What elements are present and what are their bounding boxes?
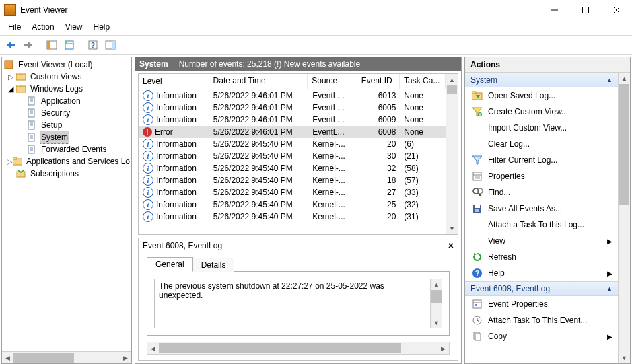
event-row[interactable]: iInformation5/26/2022 9:46:01 PMEventL..…: [139, 114, 446, 126]
action-help[interactable]: ?Help▶: [465, 265, 618, 281]
scroll-right-icon[interactable]: ▶: [120, 352, 131, 363]
close-button[interactable]: [601, 0, 632, 20]
collapse-icon[interactable]: ▲: [606, 77, 612, 83]
event-row[interactable]: iInformation5/26/2022 9:46:01 PMEventL..…: [139, 89, 446, 102]
maximize-button[interactable]: [570, 0, 601, 20]
column-headers[interactable]: Level Date and Time Source Event ID Task…: [139, 74, 446, 89]
event-row[interactable]: iInformation5/26/2022 9:45:40 PMKernel-.…: [139, 211, 446, 223]
event-row[interactable]: iInformation5/26/2022 9:45:40 PMKernel-.…: [139, 138, 446, 150]
tab-general[interactable]: General: [147, 257, 193, 272]
event-rows: iInformation5/26/2022 9:46:01 PMEventL..…: [139, 89, 446, 223]
collapse-icon[interactable]: ◢: [6, 83, 15, 95]
scroll-down-icon[interactable]: ▼: [431, 317, 442, 328]
scroll-thumb[interactable]: [619, 84, 629, 205]
event-row[interactable]: iInformation5/26/2022 9:45:40 PMKernel-.…: [139, 174, 446, 186]
tree-label: Subscriptions: [29, 168, 80, 180]
svg-marker-52: [472, 156, 482, 164]
action-attach-task-event[interactable]: Attach Task To This Event...: [465, 312, 618, 328]
scroll-left-icon[interactable]: ◀: [147, 342, 159, 354]
tree-subscriptions[interactable]: Subscriptions: [3, 168, 131, 180]
tree-security[interactable]: Security: [3, 107, 131, 119]
collapse-icon[interactable]: ▲: [606, 285, 612, 292]
event-row[interactable]: iInformation5/26/2022 9:45:40 PMKernel-.…: [139, 198, 446, 211]
menu-help[interactable]: Help: [88, 21, 116, 33]
nav-tree[interactable]: Event Viewer (Local) ▷ Custom Views ◢ Wi…: [2, 57, 131, 181]
scroll-thumb[interactable]: [431, 290, 442, 303]
menu-action[interactable]: Action: [26, 21, 59, 33]
action-filter-current-log[interactable]: Filter Current Log...: [465, 152, 618, 168]
col-eventid[interactable]: Event ID: [357, 74, 400, 89]
col-level[interactable]: Level: [139, 74, 209, 89]
scroll-left-icon[interactable]: ◀: [2, 352, 13, 363]
funnel-icon: [470, 155, 484, 166]
action-attach-task[interactable]: Attach a Task To this Log...: [465, 217, 618, 233]
properties-button[interactable]: [61, 37, 77, 53]
minimize-button[interactable]: [539, 0, 570, 20]
cell-level: Information: [156, 188, 197, 197]
tree-forwarded[interactable]: Forwarded Events: [3, 143, 131, 155]
svg-rect-30: [28, 121, 34, 129]
col-date[interactable]: Date and Time: [209, 74, 308, 89]
tree-application[interactable]: Application: [3, 95, 131, 107]
actions-group-event[interactable]: Event 6008, EventLog▲: [465, 281, 618, 296]
menu-file[interactable]: File: [3, 21, 26, 33]
show-hide-action-button[interactable]: [102, 37, 118, 53]
tree-custom-views[interactable]: ▷ Custom Views: [3, 71, 131, 83]
event-row[interactable]: iInformation5/26/2022 9:45:40 PMKernel-.…: [139, 162, 446, 174]
scroll-up-icon[interactable]: ▲: [446, 74, 458, 85]
tree-apps-services[interactable]: ▷ Applications and Services Lo: [3, 155, 131, 168]
scroll-down-icon[interactable]: ▼: [619, 352, 630, 363]
actions-group-system[interactable]: System▲: [465, 73, 618, 87]
tree-h-scrollbar[interactable]: ◀ ▶: [2, 351, 131, 363]
action-properties[interactable]: Properties: [465, 168, 618, 184]
event-row[interactable]: iInformation5/26/2022 9:45:40 PMKernel-.…: [139, 186, 446, 198]
action-clear-log[interactable]: Clear Log...: [465, 136, 618, 152]
event-row[interactable]: !Error5/26/2022 9:46:01 PMEventL...6008N…: [139, 126, 446, 138]
menu-view[interactable]: View: [60, 21, 88, 33]
col-task[interactable]: Task Ca...: [400, 74, 446, 89]
action-copy[interactable]: Copy▶: [465, 328, 618, 344]
expand-icon[interactable]: ▷: [6, 155, 13, 168]
scroll-thumb[interactable]: [447, 85, 457, 94]
action-refresh[interactable]: Refresh: [465, 249, 618, 265]
actions-v-scrollbar[interactable]: ▲ ▼: [618, 73, 630, 363]
detail-v-scrollbar[interactable]: ▲ ▼: [430, 279, 442, 328]
cell-eventid: 6005: [357, 103, 400, 112]
action-create-custom-view[interactable]: Create Custom View...: [465, 104, 618, 120]
scroll-up-icon[interactable]: ▲: [619, 73, 630, 84]
forward-button[interactable]: [20, 37, 36, 53]
action-save-all[interactable]: Save All Events As...: [465, 201, 618, 217]
expand-icon[interactable]: ▷: [6, 71, 15, 83]
scroll-down-icon[interactable]: ▼: [446, 223, 458, 234]
tree-setup[interactable]: Setup: [3, 119, 131, 131]
action-view[interactable]: View▶: [465, 233, 618, 249]
tree-windows-logs[interactable]: ◢ Windows Logs: [3, 83, 131, 95]
scroll-thumb[interactable]: [13, 353, 74, 363]
help-toolbar-button[interactable]: ?: [85, 37, 101, 53]
col-source[interactable]: Source: [308, 74, 357, 89]
action-import-custom-view[interactable]: Import Custom View...: [465, 120, 618, 136]
event-row[interactable]: iInformation5/26/2022 9:45:40 PMKernel-.…: [139, 150, 446, 162]
action-find[interactable]: Find...: [465, 184, 618, 201]
tab-details[interactable]: Details: [192, 258, 235, 272]
event-viewer-icon: [3, 59, 14, 70]
scroll-right-icon[interactable]: ▶: [437, 342, 449, 354]
svg-rect-26: [28, 109, 34, 117]
cell-level: Information: [156, 103, 197, 112]
event-row[interactable]: iInformation5/26/2022 9:46:01 PMEventL..…: [139, 102, 446, 114]
detail-close-icon[interactable]: ×: [448, 240, 454, 251]
svg-rect-66: [473, 300, 481, 308]
show-hide-tree-button[interactable]: [44, 37, 60, 53]
tree-system[interactable]: System: [3, 131, 131, 143]
detail-h-scrollbar[interactable]: ◀ ▶: [147, 342, 450, 355]
log-icon: [26, 132, 37, 143]
back-button[interactable]: [3, 37, 19, 53]
action-event-properties[interactable]: Event Properties: [465, 296, 618, 312]
tree-root[interactable]: Event Viewer (Local): [3, 59, 131, 71]
event-list-v-scrollbar[interactable]: ▲ ▼: [446, 74, 458, 234]
tree-label: System: [40, 131, 69, 144]
action-open-saved-log[interactable]: Open Saved Log...: [465, 87, 618, 104]
action-label: Open Saved Log...: [488, 91, 555, 100]
scroll-up-icon[interactable]: ▲: [431, 279, 442, 290]
scroll-thumb[interactable]: [159, 343, 401, 353]
